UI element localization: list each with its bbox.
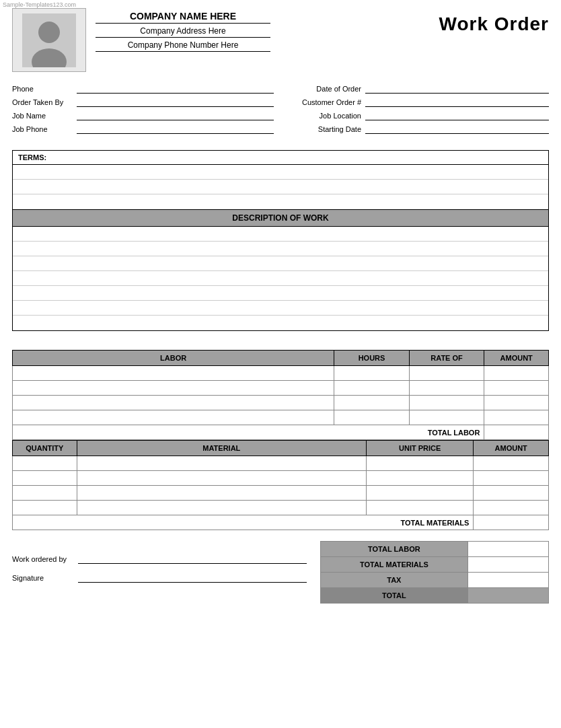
materials-total-label: TOTAL MATERIALS — [13, 515, 474, 530]
labor-row-1[interactable] — [13, 366, 549, 381]
job-name-row: Job Name — [12, 111, 274, 120]
materials-col-qty: QUANTITY — [13, 441, 77, 456]
terms-row-2[interactable] — [13, 180, 548, 194]
work-order-title: Work Order — [439, 8, 549, 35]
company-name: COMPANY NAME HERE — [96, 11, 270, 24]
job-location-label: Job Location — [287, 112, 361, 120]
person-icon — [22, 13, 76, 67]
work-ordered-input[interactable] — [78, 554, 307, 564]
materials-row-1[interactable] — [13, 456, 549, 471]
terms-box: TERMS: — [12, 150, 549, 210]
signature-row: Signature — [12, 573, 307, 583]
desc-row-1[interactable] — [13, 227, 548, 242]
signature-input[interactable] — [78, 573, 307, 583]
job-name-input[interactable] — [77, 111, 274, 120]
customer-order-input[interactable] — [365, 98, 549, 107]
starting-date-label: Starting Date — [287, 125, 361, 133]
form-left-col: Phone Order Taken By Job Name Job Phone — [12, 84, 274, 138]
desc-row-5[interactable] — [13, 286, 548, 301]
phone-input[interactable] — [77, 84, 274, 94]
summary-row-total-labor: TOTAL LABOR — [321, 542, 549, 557]
materials-row-3[interactable] — [13, 486, 549, 501]
desc-row-3[interactable] — [13, 256, 548, 271]
materials-col-amount: AMOUNT — [474, 441, 549, 456]
work-ordered-row: Work ordered by — [12, 554, 307, 564]
summary-grand-total-label: TOTAL — [321, 588, 468, 604]
labor-total-value[interactable] — [484, 425, 549, 440]
summary-total-labor-label: TOTAL LABOR — [321, 542, 468, 557]
order-taken-row: Order Taken By — [12, 98, 274, 107]
labor-total-label: TOTAL LABOR — [13, 425, 484, 440]
company-logo — [12, 8, 86, 72]
labor-section: LABOR HOURS RATE OF AMOUNT TOTAL LABOR — [12, 350, 549, 440]
starting-date-row: Starting Date — [287, 124, 549, 134]
watermark-text: Sample-Templates123.com — [3, 1, 76, 8]
labor-total-row: TOTAL LABOR — [13, 425, 549, 440]
company-phone: Company Phone Number Here — [96, 40, 270, 52]
company-info: COMPANY NAME HERE Company Address Here C… — [96, 8, 270, 54]
labor-col-hours: HOURS — [334, 351, 410, 366]
materials-header-row: QUANTITY MATERIAL UNIT PRICE AMOUNT — [13, 441, 549, 456]
terms-row-3[interactable] — [13, 194, 548, 209]
date-order-row: Date of Order — [287, 84, 549, 94]
desc-row-7[interactable] — [13, 316, 548, 330]
header-section: COMPANY NAME HERE Company Address Here C… — [12, 8, 549, 72]
labor-header-row: LABOR HOURS RATE OF AMOUNT — [13, 351, 549, 366]
date-order-input[interactable] — [365, 84, 549, 94]
terms-header: TERMS: — [13, 151, 548, 165]
labor-col-rate: RATE OF — [409, 351, 484, 366]
summary-right: TOTAL LABOR TOTAL MATERIALS TAX TOTAL — [320, 541, 549, 604]
materials-total-value[interactable] — [474, 515, 549, 530]
description-rows — [12, 227, 549, 331]
customer-order-row: Customer Order # — [287, 98, 549, 107]
form-right-col: Date of Order Customer Order # Job Locat… — [274, 84, 549, 138]
signature-label: Signature — [12, 574, 73, 582]
company-address: Company Address Here — [96, 26, 270, 38]
desc-row-4[interactable] — [13, 271, 548, 286]
materials-total-row: TOTAL MATERIALS — [13, 515, 549, 530]
labor-col-labor: LABOR — [13, 351, 334, 366]
summary-tax-value[interactable] — [468, 573, 548, 588]
starting-date-input[interactable] — [365, 124, 549, 134]
job-phone-row: Job Phone — [12, 124, 274, 134]
summary-total-labor-value[interactable] — [468, 542, 548, 557]
labor-row-4[interactable] — [13, 410, 549, 425]
summary-total-materials-label: TOTAL MATERIALS — [321, 557, 468, 573]
date-order-label: Date of Order — [287, 85, 361, 93]
materials-row-4[interactable] — [13, 501, 549, 515]
job-name-label: Job Name — [12, 112, 73, 120]
summary-section: Work ordered by Signature TOTAL LABOR TO… — [12, 541, 549, 604]
desc-row-6[interactable] — [13, 301, 548, 316]
job-phone-input[interactable] — [77, 124, 274, 134]
phone-row: Phone — [12, 84, 274, 94]
job-location-row: Job Location — [287, 111, 549, 120]
summary-total-materials-value[interactable] — [468, 557, 548, 573]
order-taken-input[interactable] — [77, 98, 274, 107]
job-phone-label: Job Phone — [12, 125, 73, 133]
svg-point-1 — [38, 22, 60, 43]
order-taken-label: Order Taken By — [12, 98, 73, 106]
phone-label: Phone — [12, 85, 73, 93]
summary-row-total-materials: TOTAL MATERIALS — [321, 557, 549, 573]
labor-row-3[interactable] — [13, 396, 549, 410]
materials-row-2[interactable] — [13, 471, 549, 486]
summary-left: Work ordered by Signature — [12, 541, 320, 604]
materials-col-unit: UNIT PRICE — [367, 441, 474, 456]
summary-tax-label: TAX — [321, 573, 468, 588]
job-location-input[interactable] — [365, 111, 549, 120]
labor-col-amount: AMOUNT — [484, 351, 549, 366]
form-fields: Phone Order Taken By Job Name Job Phone … — [12, 84, 549, 138]
customer-order-label: Customer Order # — [287, 98, 361, 106]
desc-row-2[interactable] — [13, 242, 548, 256]
labor-table: LABOR HOURS RATE OF AMOUNT TOTAL LABOR — [12, 350, 549, 440]
summary-table: TOTAL LABOR TOTAL MATERIALS TAX TOTAL — [320, 541, 549, 604]
materials-table: QUANTITY MATERIAL UNIT PRICE AMOUNT TOTA… — [12, 440, 549, 530]
materials-col-material: MATERIAL — [77, 441, 366, 456]
summary-row-total: TOTAL — [321, 588, 549, 604]
description-header: DESCRIPTION OF WORK — [12, 210, 549, 227]
work-ordered-label: Work ordered by — [12, 555, 73, 563]
summary-grand-total-value[interactable] — [468, 588, 548, 604]
terms-row-1[interactable] — [13, 165, 548, 180]
summary-row-tax: TAX — [321, 573, 549, 588]
labor-row-2[interactable] — [13, 381, 549, 396]
